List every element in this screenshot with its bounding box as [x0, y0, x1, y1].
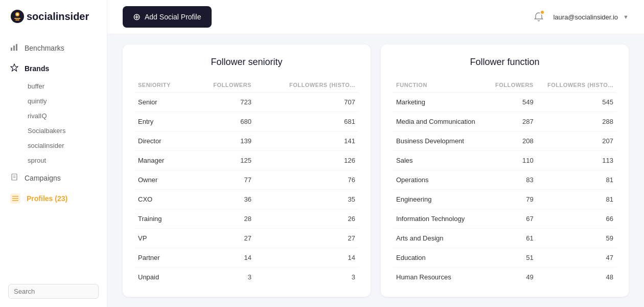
function-col-hist: FOLLOWERS (HISTO...: [537, 78, 616, 93]
function-hist: 81: [537, 170, 616, 190]
function-card-title: Follower function: [393, 57, 616, 68]
seniority-label: Training: [135, 209, 191, 229]
function-label: Arts and Design: [393, 229, 488, 248]
function-col-followers: FOLLOWERS: [488, 78, 537, 93]
notification-bell[interactable]: [530, 8, 548, 26]
seniority-hist: 141: [255, 131, 358, 151]
table-row: Operations 83 81: [393, 170, 616, 190]
sub-item-socialinsider[interactable]: socialinsider: [22, 138, 107, 153]
function-hist: 48: [537, 268, 616, 287]
sub-item-sprout[interactable]: sprout: [22, 153, 107, 168]
function-col-label: FUNCTION: [393, 78, 488, 93]
function-hist: 66: [537, 209, 616, 229]
function-table: FUNCTION FOLLOWERS FOLLOWERS (HISTO... M…: [393, 78, 616, 287]
table-row: Entry 680 681: [135, 112, 358, 131]
seniority-hist: 76: [255, 170, 358, 190]
table-row: Sales 110 113: [393, 151, 616, 170]
svg-rect-8: [12, 196, 18, 197]
function-followers: 67: [488, 209, 537, 229]
function-followers: 287: [488, 112, 537, 131]
table-row: Human Resources 49 48: [393, 268, 616, 287]
user-email: laura@socialinsider.io: [553, 13, 618, 21]
sidebar-search-area: [0, 280, 107, 307]
nav-item-benchmarks[interactable]: Benchmarks: [0, 38, 107, 58]
svg-rect-3: [14, 18, 20, 19]
function-hist: 59: [537, 229, 616, 248]
chevron-down-icon[interactable]: ▼: [623, 14, 629, 20]
function-label: Education: [393, 248, 488, 268]
function-followers: 83: [488, 170, 537, 190]
seniority-hist: 3: [255, 268, 358, 287]
follower-function-card: Follower function FUNCTION FOLLOWERS FOL…: [381, 45, 629, 297]
add-profile-button[interactable]: ⊕ Add Social Profile: [123, 6, 212, 28]
sidebar: socialinsider Benchmarks Brands buffer q…: [0, 0, 107, 307]
main-area: ⊕ Add Social Profile laura@socialinsider…: [107, 0, 644, 307]
seniority-hist: 35: [255, 190, 358, 209]
topbar: ⊕ Add Social Profile laura@socialinsider…: [107, 0, 644, 34]
seniority-label: Manager: [135, 151, 191, 170]
brands-submenu: buffer quintly rivalIQ Socialbakers soci…: [0, 79, 107, 168]
function-label: Operations: [393, 170, 488, 190]
seniority-col-label: SENIORITY: [135, 78, 191, 93]
seniority-followers: 27: [191, 229, 255, 248]
table-row: Marketing 549 545: [393, 93, 616, 112]
nav-label-profiles: Profiles (23): [27, 194, 67, 203]
seniority-followers: 14: [191, 248, 255, 268]
seniority-card-title: Follower seniority: [135, 57, 358, 68]
seniority-table: SENIORITY FOLLOWERS FOLLOWERS (HISTO... …: [135, 78, 358, 287]
function-hist: 47: [537, 248, 616, 268]
profiles-icon: [10, 193, 20, 204]
seniority-label: Unpaid: [135, 268, 191, 287]
svg-rect-5: [11, 48, 12, 51]
sub-item-socialbakers[interactable]: Socialbakers: [22, 123, 107, 138]
seniority-followers: 77: [191, 170, 255, 190]
function-followers: 49: [488, 268, 537, 287]
function-followers: 110: [488, 151, 537, 170]
seniority-followers: 28: [191, 209, 255, 229]
function-followers: 549: [488, 93, 537, 112]
nav-item-brands[interactable]: Brands: [0, 58, 107, 79]
seniority-hist: 707: [255, 93, 358, 112]
function-label: Media and Communication: [393, 112, 488, 131]
seniority-hist: 27: [255, 229, 358, 248]
seniority-followers: 36: [191, 190, 255, 209]
search-input[interactable]: [8, 284, 99, 299]
notification-dot: [540, 10, 545, 15]
benchmarks-icon: [10, 43, 18, 53]
sub-item-rivaliq[interactable]: rivalIQ: [22, 108, 107, 123]
seniority-hist: 26: [255, 209, 358, 229]
nav-item-profiles[interactable]: Profiles (23): [0, 188, 107, 209]
function-hist: 288: [537, 112, 616, 131]
brands-icon: [10, 63, 18, 74]
nav: Benchmarks Brands buffer quintly rivalIQ…: [0, 33, 107, 280]
seniority-label: Partner: [135, 248, 191, 268]
seniority-label: Owner: [135, 170, 191, 190]
seniority-hist: 14: [255, 248, 358, 268]
function-label: Information Technology: [393, 209, 488, 229]
function-hist: 81: [537, 190, 616, 209]
content-area: Follower seniority SENIORITY FOLLOWERS F…: [107, 34, 644, 307]
seniority-label: Entry: [135, 112, 191, 131]
table-row: VP 27 27: [135, 229, 358, 248]
function-hist: 207: [537, 131, 616, 151]
table-row: Senior 723 707: [135, 93, 358, 112]
sub-item-quintly[interactable]: quintly: [22, 94, 107, 108]
function-followers: 51: [488, 248, 537, 268]
sub-item-buffer[interactable]: buffer: [22, 79, 107, 94]
seniority-col-followers: FOLLOWERS: [191, 78, 255, 93]
table-row: Unpaid 3 3: [135, 268, 358, 287]
function-label: Sales: [393, 151, 488, 170]
table-row: Information Technology 67 66: [393, 209, 616, 229]
svg-point-2: [16, 13, 18, 15]
svg-rect-6: [13, 46, 15, 51]
svg-rect-4: [15, 19, 19, 20]
table-row: Partner 14 14: [135, 248, 358, 268]
function-label: Human Resources: [393, 268, 488, 287]
function-hist: 545: [537, 93, 616, 112]
follower-seniority-card: Follower seniority SENIORITY FOLLOWERS F…: [123, 45, 371, 297]
table-row: Manager 125 126: [135, 151, 358, 170]
svg-rect-9: [12, 198, 18, 199]
nav-item-campaigns[interactable]: Campaigns: [0, 168, 107, 188]
seniority-followers: 723: [191, 93, 255, 112]
table-row: Owner 77 76: [135, 170, 358, 190]
